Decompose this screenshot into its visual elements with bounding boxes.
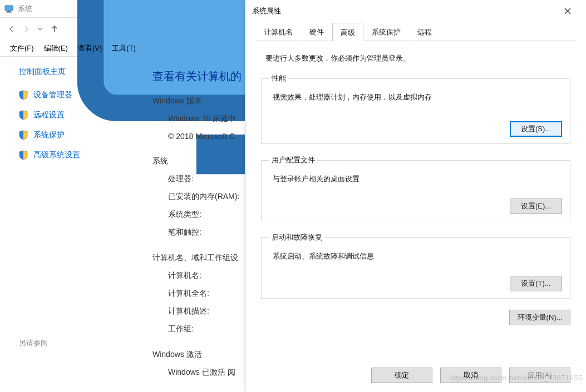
dialog-title: 系统属性 — [252, 6, 281, 16]
sidebar-item-label: 高级系统设置 — [33, 150, 80, 160]
svg-rect-0 — [5, 6, 13, 11]
group-description: 视觉效果，处理器计划，内存使用，以及虚拟内存 — [273, 92, 562, 102]
group-user-profiles: 用户配置文件 与登录帐户相关的桌面设置 设置(E)... — [261, 155, 570, 221]
sidebar-item-device-manager[interactable]: 设备管理器 — [19, 90, 145, 100]
tab-remote[interactable]: 远程 — [409, 22, 440, 41]
tab-strip: 计算机名 硬件 高级 系统保护 远程 — [245, 22, 586, 41]
shield-icon — [19, 90, 28, 100]
group-legend: 用户配置文件 — [269, 155, 317, 165]
group-description: 系统启动、系统故障和调试信息 — [273, 251, 562, 261]
menu-view[interactable]: 查看(V) — [78, 43, 102, 53]
svg-rect-2 — [6, 12, 12, 12]
sidebar-item-system-protection[interactable]: 系统保护 — [19, 130, 145, 140]
menu-edit[interactable]: 编辑(E) — [44, 43, 68, 53]
see-also-label: 另请参阅 — [19, 338, 145, 348]
group-performance: 性能 视觉效果，处理器计划，内存使用，以及虚拟内存 设置(S)... — [261, 73, 570, 144]
group-legend: 性能 — [269, 73, 288, 83]
startup-settings-button[interactable]: 设置(T)... — [510, 276, 562, 291]
dialog-footer: 确定 取消 应用(A) — [245, 360, 586, 392]
dialog-titlebar: 系统属性 — [245, 0, 586, 22]
sidebar-item-remote-settings[interactable]: 远程设置 — [19, 110, 145, 120]
menu-file[interactable]: 文件(F) — [10, 43, 34, 53]
shield-icon — [19, 150, 28, 160]
svg-rect-1 — [7, 11, 11, 12]
profiles-settings-button[interactable]: 设置(E)... — [510, 199, 562, 214]
performance-settings-button[interactable]: 设置(S)... — [510, 121, 562, 137]
menu-tools[interactable]: 工具(T) — [112, 43, 136, 53]
forward-button[interactable] — [21, 22, 31, 36]
shield-icon — [19, 130, 28, 140]
sidebar-item-label: 系统保护 — [33, 130, 65, 140]
sidebar: 控制面板主页 设备管理器 远程设置 系统保护 高级系统设置 另请参阅 — [0, 57, 145, 392]
close-icon — [564, 8, 571, 14]
tab-computer-name[interactable]: 计算机名 — [255, 22, 301, 41]
window-title: 系统 — [18, 4, 32, 14]
dialog-body: 要进行大多数更改，你必须作为管理员登录。 性能 视觉效果，处理器计划，内存使用，… — [245, 41, 586, 360]
monitor-icon — [4, 4, 13, 13]
back-button[interactable] — [7, 22, 17, 36]
group-legend: 启动和故障恢复 — [269, 232, 324, 242]
tab-advanced[interactable]: 高级 — [332, 23, 363, 42]
admin-note: 要进行大多数更改，你必须作为管理员登录。 — [265, 53, 570, 63]
tab-hardware[interactable]: 硬件 — [301, 22, 332, 41]
group-description: 与登录帐户相关的桌面设置 — [273, 174, 562, 184]
sidebar-item-label: 远程设置 — [33, 110, 65, 120]
up-button[interactable] — [50, 22, 60, 36]
sidebar-item-label: 设备管理器 — [33, 90, 72, 100]
cancel-button[interactable]: 取消 — [440, 368, 501, 383]
environment-variables-button[interactable]: 环境变量(N)... — [509, 310, 570, 325]
shield-icon — [19, 110, 28, 120]
close-button[interactable] — [556, 2, 579, 20]
history-dropdown[interactable] — [36, 22, 46, 36]
apply-button[interactable]: 应用(A) — [509, 368, 570, 383]
control-panel-home-link[interactable]: 控制面板主页 — [19, 67, 145, 77]
system-properties-dialog: 系统属性 计算机名 硬件 高级 系统保护 远程 要进行大多数更改，你必须作为管理… — [245, 0, 586, 392]
group-startup-recovery: 启动和故障恢复 系统启动、系统故障和调试信息 设置(T)... — [261, 232, 570, 299]
tab-system-protection[interactable]: 系统保护 — [363, 22, 409, 41]
ok-button[interactable]: 确定 — [371, 368, 432, 383]
sidebar-item-advanced-settings[interactable]: 高级系统设置 — [19, 150, 145, 160]
